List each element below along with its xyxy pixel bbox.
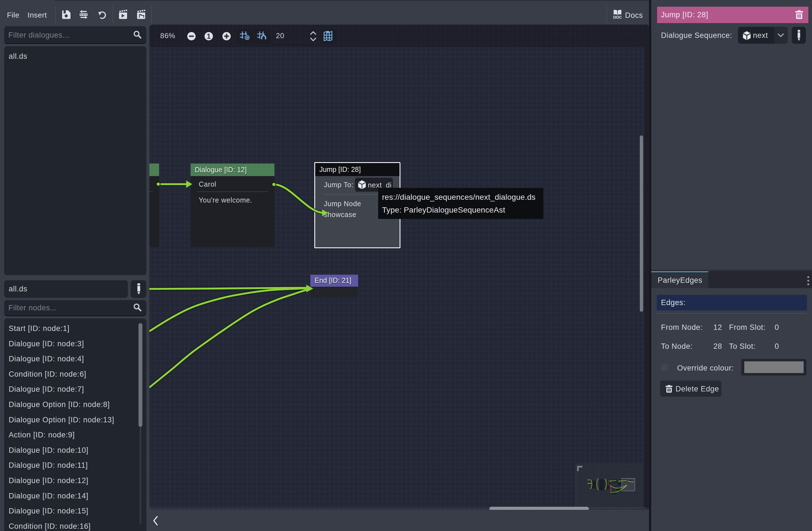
- svg-text:DOC: DOC: [613, 15, 622, 19]
